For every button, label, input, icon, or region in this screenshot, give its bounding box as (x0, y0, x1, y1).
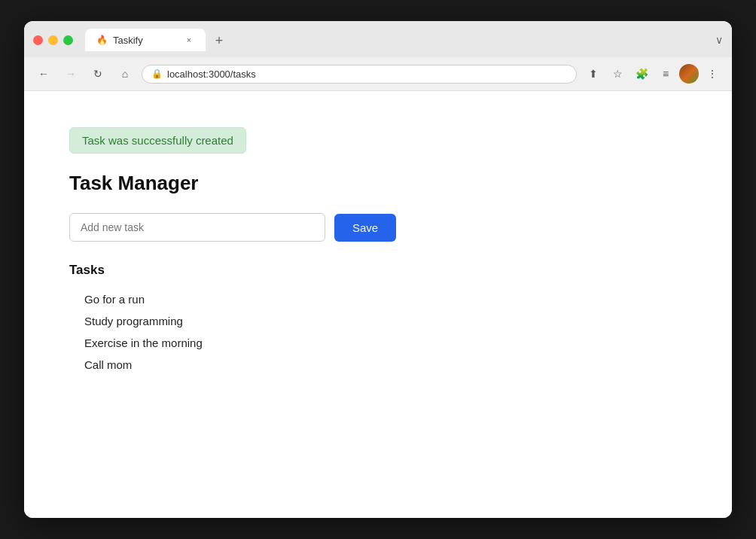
address-text: localhost:3000/tasks (167, 69, 567, 80)
lock-icon: 🔒 (151, 69, 163, 79)
success-message: Task was successfully created (82, 134, 233, 147)
reload-button[interactable]: ↻ (87, 63, 108, 84)
forward-button[interactable]: → (60, 63, 81, 84)
tab-favicon-icon: 🔥 (96, 34, 108, 46)
page-content: Task was successfully created Task Manag… (24, 91, 732, 518)
home-button[interactable]: ⌂ (114, 63, 136, 84)
maximize-window-button[interactable] (63, 35, 73, 45)
nav-bar: ← → ↻ ⌂ 🔒 localhost:3000/tasks ⬆ ☆ 🧩 ≡ ⋮ (24, 57, 732, 91)
new-tab-button[interactable]: + (209, 30, 230, 51)
success-banner: Task was successfully created (69, 127, 246, 154)
tab-title-label: Taskify (113, 35, 178, 46)
task-input[interactable] (69, 213, 325, 242)
tasks-section-label: Tasks (69, 263, 687, 278)
page-title: Task Manager (69, 172, 687, 195)
list-item: Go for a run (69, 288, 687, 310)
close-window-button[interactable] (33, 35, 43, 45)
back-button[interactable]: ← (33, 63, 54, 84)
window-controls (33, 35, 73, 45)
minimize-window-button[interactable] (48, 35, 58, 45)
tab-bar: 🔥 Taskify × + (85, 29, 715, 51)
title-bar: 🔥 Taskify × + ∨ (24, 21, 732, 57)
active-tab[interactable]: 🔥 Taskify × (85, 29, 206, 51)
queue-button[interactable]: ≡ (655, 63, 676, 84)
profile-avatar[interactable] (679, 64, 699, 84)
save-button[interactable]: Save (334, 214, 396, 242)
nav-actions: ⬆ ☆ 🧩 ≡ ⋮ (583, 63, 723, 84)
browser-window: 🔥 Taskify × + ∨ ← → ↻ ⌂ 🔒 localhost:3000… (24, 21, 732, 518)
task-list: Go for a run Study programming Exercise … (69, 288, 687, 376)
list-item: Call mom (69, 354, 687, 376)
task-input-row: Save (69, 213, 687, 242)
tab-close-button[interactable]: × (183, 34, 195, 46)
menu-button[interactable]: ⋮ (702, 63, 723, 84)
list-item: Study programming (69, 310, 687, 332)
address-bar[interactable]: 🔒 localhost:3000/tasks (142, 65, 577, 84)
bookmark-button[interactable]: ☆ (607, 63, 628, 84)
share-button[interactable]: ⬆ (583, 63, 604, 84)
extensions-button[interactable]: 🧩 (631, 63, 652, 84)
expand-button[interactable]: ∨ (715, 34, 723, 46)
list-item: Exercise in the morning (69, 332, 687, 354)
